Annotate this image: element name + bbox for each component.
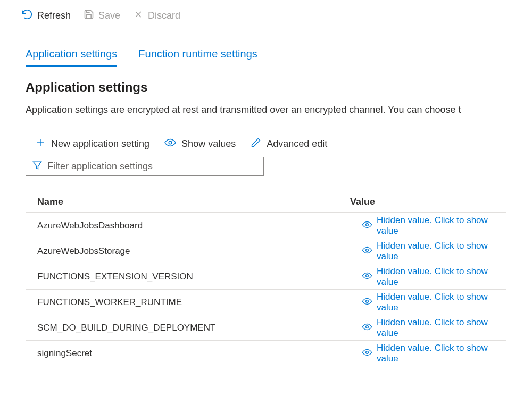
hidden-value-text: Hidden value. Click to show value (377, 241, 506, 262)
setting-name[interactable]: AzureWebJobsStorage (26, 246, 350, 257)
advanced-edit-label: Advanced edit (267, 138, 327, 150)
new-setting-label: New application setting (51, 138, 149, 150)
eye-icon (362, 246, 372, 257)
show-values-label: Show values (181, 138, 236, 150)
hidden-value-link[interactable]: Hidden value. Click to show value (350, 292, 506, 313)
new-application-setting-button[interactable]: New application setting (35, 137, 149, 151)
table-row: FUNCTIONS_WORKER_RUNTIME Hidden value. C… (26, 290, 506, 315)
tabs: Application settings Function runtime se… (26, 35, 506, 67)
section-heading: Application settings (26, 80, 506, 95)
hidden-value-link[interactable]: Hidden value. Click to show value (350, 266, 506, 287)
eye-icon (362, 220, 372, 231)
hidden-value-link[interactable]: Hidden value. Click to show value (350, 215, 506, 236)
show-values-button[interactable]: Show values (164, 137, 236, 151)
filter-icon (32, 161, 42, 172)
table-row: FUNCTIONS_EXTENSION_VERSION Hidden value… (26, 264, 506, 290)
svg-point-4 (169, 141, 172, 144)
eye-icon (362, 348, 372, 359)
plus-icon (35, 137, 46, 151)
table-row: AzureWebJobsDashboard Hidden value. Clic… (26, 213, 506, 238)
tab-function-runtime-settings[interactable]: Function runtime settings (138, 48, 257, 67)
eye-icon (362, 323, 372, 333)
left-edge-divider (0, 36, 5, 403)
table-row: signingSecret Hidden value. Click to sho… (26, 341, 506, 366)
hidden-value-text: Hidden value. Click to show value (377, 343, 506, 364)
tab-application-settings[interactable]: Application settings (26, 48, 117, 67)
setting-name[interactable]: FUNCTIONS_WORKER_RUNTIME (26, 297, 350, 308)
eye-icon (362, 297, 372, 308)
top-toolbar: Refresh Save Discard (0, 0, 532, 35)
column-header-value[interactable]: Value (350, 196, 375, 208)
table-header-row: Name Value (26, 191, 506, 213)
action-row: New application setting Show values Adva… (26, 137, 506, 151)
hidden-value-link[interactable]: Hidden value. Click to show value (350, 317, 506, 339)
svg-point-11 (366, 351, 369, 353)
hidden-value-text: Hidden value. Click to show value (377, 215, 506, 236)
hidden-value-link[interactable]: Hidden value. Click to show value (350, 241, 506, 262)
refresh-label: Refresh (37, 10, 71, 21)
table-row: SCM_DO_BUILD_DURING_DEPLOYMENT Hidden va… (26, 315, 506, 341)
eye-icon (164, 137, 176, 151)
hidden-value-link[interactable]: Hidden value. Click to show value (350, 343, 506, 364)
filter-container (26, 157, 264, 176)
close-icon (133, 9, 144, 22)
setting-name[interactable]: AzureWebJobsDashboard (26, 220, 350, 231)
svg-point-8 (366, 274, 369, 277)
hidden-value-text: Hidden value. Click to show value (377, 292, 506, 313)
svg-point-9 (366, 300, 369, 302)
discard-button: Discard (133, 9, 180, 22)
advanced-edit-button[interactable]: Advanced edit (251, 137, 327, 151)
svg-point-7 (366, 249, 369, 251)
section-description: Application settings are encrypted at re… (26, 104, 506, 116)
svg-point-10 (366, 325, 369, 328)
table-row: AzureWebJobsStorage Hidden value. Click … (26, 238, 506, 264)
setting-name[interactable]: signingSecret (26, 348, 350, 359)
discard-label: Discard (148, 10, 180, 21)
pencil-icon (251, 137, 261, 151)
column-header-name[interactable]: Name (26, 196, 350, 208)
refresh-button[interactable]: Refresh (21, 9, 71, 23)
eye-icon (362, 272, 372, 282)
save-label: Save (98, 10, 120, 21)
filter-input[interactable] (47, 161, 257, 172)
refresh-icon (21, 9, 33, 23)
main-content: Application settings Application setting… (0, 67, 532, 366)
hidden-value-text: Hidden value. Click to show value (377, 266, 506, 287)
settings-table: Name Value AzureWebJobsDashboard Hidden … (26, 191, 506, 366)
setting-name[interactable]: FUNCTIONS_EXTENSION_VERSION (26, 272, 350, 282)
save-icon (84, 9, 94, 22)
hidden-value-text: Hidden value. Click to show value (377, 317, 506, 339)
save-button: Save (84, 9, 120, 22)
svg-marker-5 (34, 162, 41, 169)
svg-point-6 (366, 223, 369, 226)
setting-name[interactable]: SCM_DO_BUILD_DURING_DEPLOYMENT (26, 323, 350, 333)
